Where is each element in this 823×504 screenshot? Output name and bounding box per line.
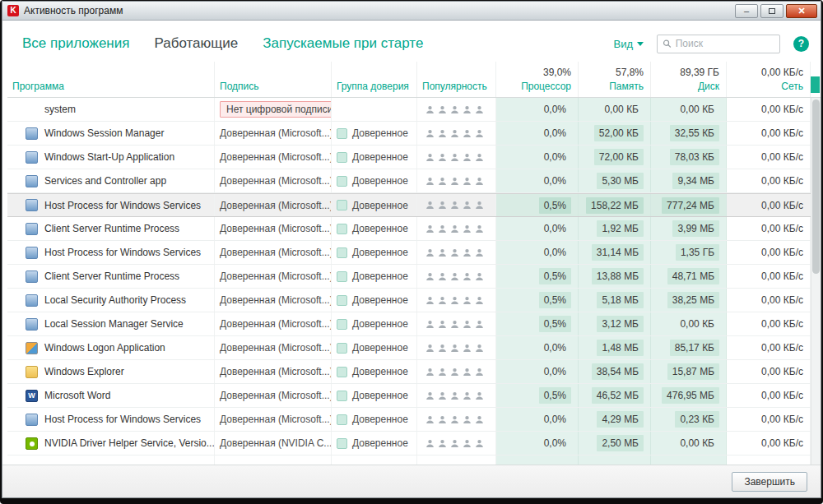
person-icon (425, 272, 435, 281)
program-cell: Local Session Manager Service (7, 312, 215, 335)
person-icon (450, 296, 459, 305)
column-header-popularity[interactable]: Популярность (417, 62, 496, 97)
help-button[interactable]: ? (793, 36, 809, 52)
app-icon (26, 199, 38, 211)
person-icon (438, 391, 447, 400)
person-icon (463, 248, 472, 257)
network-cell: 0,00 КБ/с (727, 122, 811, 145)
column-header-signature[interactable]: Подпись (215, 62, 332, 97)
program-cell: Client Server Runtime Process (7, 265, 215, 288)
trust-checkbox-icon (337, 128, 347, 139)
popularity-cell (417, 432, 496, 455)
person-icon (450, 105, 459, 114)
disk-value: 3,99 МБ (672, 220, 719, 237)
person-icon (450, 368, 459, 377)
person-icon (438, 415, 447, 424)
cpu-value: 0,5% (539, 316, 571, 332)
network-cell: 0,00 КБ/с (727, 360, 811, 383)
column-header-network[interactable]: 0,00 КБ/с Сеть (727, 62, 811, 97)
memory-value: 5,18 МБ (597, 292, 644, 308)
search-box[interactable] (657, 35, 780, 53)
disk-cell: 78,03 КБ (651, 146, 727, 169)
view-dropdown[interactable]: Вид (613, 38, 644, 50)
network-value: 0,00 КБ/с (761, 342, 803, 354)
person-icon (475, 224, 484, 234)
application-window: K Активность программ – ✕ Все приложения… (2, 1, 821, 498)
signature-cell: Доверенная (Microsoft...) (215, 384, 332, 407)
cpu-cell: 0,0% (496, 98, 579, 121)
person-icon (438, 272, 447, 281)
tab-run-at-startup[interactable]: Запускаемые при старте (263, 35, 423, 52)
memory-cell: 13,88 МБ (579, 265, 651, 288)
person-icon (438, 296, 447, 305)
column-header-memory[interactable]: 57,8% Память (579, 62, 651, 97)
disk-cell: 0,00 КБ (651, 312, 727, 335)
minimize-button[interactable]: – (735, 4, 758, 18)
person-icon (463, 105, 472, 114)
table-row[interactable]: Host Process for Windows Services Довере… (7, 193, 811, 217)
memory-value: 1,92 МБ (597, 220, 644, 237)
vertical-scrollbar[interactable] (811, 98, 821, 465)
person-icon (475, 391, 484, 400)
scrollbar-thumb[interactable] (812, 99, 820, 274)
person-icon (450, 344, 459, 353)
signature-cell: Доверенная (Microsoft...) (215, 336, 332, 359)
table-row[interactable]: Client Server Runtime Process Доверенная… (7, 217, 811, 241)
maximize-button[interactable] (760, 4, 783, 18)
table-row[interactable]: Windows Logon Application Доверенная (Mi… (7, 336, 811, 360)
column-header-cpu[interactable]: 39,0% Процессор (496, 62, 579, 97)
cpu-cell: 0,0% (496, 146, 579, 169)
program-cell: Windows Explorer (7, 360, 215, 383)
app-icon (26, 342, 38, 354)
person-icon (475, 439, 484, 448)
table-row[interactable]: Windows Explorer Доверенная (Microsoft..… (7, 360, 811, 384)
cpu-value: 0,5% (539, 387, 571, 404)
trust-label: Доверенное (352, 342, 408, 354)
trust-label: Доверенное (352, 390, 408, 401)
trust-group-cell: Доверенное (332, 384, 417, 407)
table-row[interactable]: system Нет цифровой подписи 0,0% 0,00 КБ… (7, 98, 811, 122)
table-row[interactable]: Windows Start-Up Application Доверенная … (7, 146, 811, 169)
app-icon (26, 318, 38, 331)
column-header-trust-group[interactable]: Группа доверия (332, 62, 417, 97)
person-icon (450, 129, 459, 138)
terminate-button[interactable]: Завершить (732, 472, 807, 492)
table-row[interactable]: Local Security Authority Process Доверен… (7, 289, 811, 312)
disk-cell: 777,24 МБ (651, 194, 727, 216)
table-row[interactable]: W Microsoft Word Доверенная (Microsoft..… (7, 384, 811, 408)
search-input[interactable] (676, 38, 774, 49)
table-row[interactable]: Host Process for Windows Services Довере… (7, 408, 811, 432)
tab-running[interactable]: Работающие (154, 35, 238, 52)
column-header-disk[interactable]: 89,39 ГБ Диск (651, 62, 727, 97)
close-button[interactable]: ✕ (786, 4, 817, 18)
table-row[interactable]: Local Session Manager Service Доверенная… (7, 312, 811, 336)
title-bar[interactable]: K Активность программ – ✕ (2, 2, 821, 21)
program-name: Client Server Runtime Process (44, 270, 179, 282)
program-cell: Windows Session Manager (7, 122, 215, 145)
table-row[interactable]: NVIDIA Driver Helper Service, Versio... … (7, 432, 811, 455)
person-icon (438, 368, 447, 377)
person-icon (475, 272, 484, 281)
person-icon (425, 105, 435, 114)
person-icon (425, 391, 435, 400)
disk-value: 15,87 МБ (667, 363, 719, 380)
person-icon (463, 391, 472, 400)
memory-value: 31,14 МБ (592, 244, 644, 261)
table-options-button[interactable] (811, 76, 820, 93)
table-row[interactable]: Services and Controller app Доверенная (… (7, 169, 811, 193)
table-row[interactable]: Host Process for Windows Services Довере… (7, 241, 811, 265)
trust-group-cell: Доверенное (332, 217, 417, 240)
network-value: 0,00 КБ/с (761, 104, 803, 115)
memory-cell: 5,18 МБ (579, 289, 651, 312)
table-rows: system Нет цифровой подписи 0,0% 0,00 КБ… (7, 98, 811, 465)
cpu-cell: 0,5% (496, 265, 579, 288)
tab-all-applications[interactable]: Все приложения (22, 35, 129, 52)
signature-cell: Доверенная (Microsoft...) (215, 122, 332, 145)
column-header-program[interactable]: Программа (7, 62, 215, 97)
cpu-value: 0,0% (539, 149, 571, 165)
table-row[interactable]: Client Server Runtime Process Доверенная… (7, 265, 811, 289)
network-value: 0,00 КБ/с (761, 270, 803, 282)
disk-cell: 476,95 МБ (651, 384, 727, 407)
table-row[interactable]: Windows Session Manager Доверенная (Micr… (7, 122, 811, 146)
program-name: Windows Session Manager (44, 127, 164, 139)
